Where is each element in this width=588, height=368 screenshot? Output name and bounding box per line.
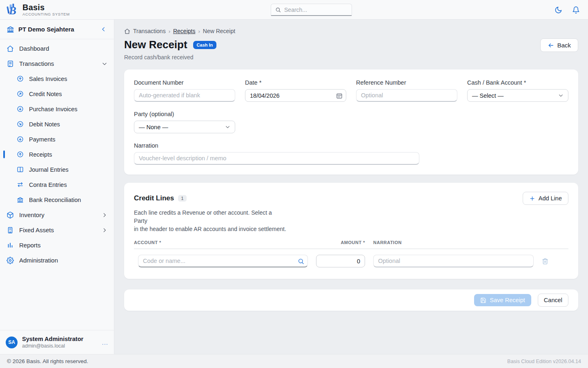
chevron-down-icon <box>558 93 564 98</box>
cancel-button[interactable]: Cancel <box>538 294 568 307</box>
chevron-right-icon <box>102 227 107 233</box>
brand-tagline: ACCOUNTING SYSTEM <box>22 12 70 16</box>
date-input[interactable] <box>245 89 346 102</box>
brand: B Basis ACCOUNTING SYSTEM <box>0 3 114 16</box>
account-search-input[interactable] <box>138 255 308 267</box>
book-open-icon <box>17 166 24 173</box>
chevron-down-icon <box>225 124 230 130</box>
company-name: PT Demo Sejahtera <box>18 26 96 33</box>
brand-name: Basis <box>22 3 70 11</box>
column-amount: AMOUNT * <box>316 240 365 245</box>
sidebar-item-purchase-invoices[interactable]: Purchase Invoices <box>0 101 114 117</box>
sidebar-item-dashboard[interactable]: Dashboard <box>0 41 114 56</box>
breadcrumb-receipts-link[interactable]: Receipts <box>173 28 195 34</box>
actions-card: Save Receipt Cancel <box>124 289 578 311</box>
user-name: System Administrator <box>22 336 83 342</box>
user-email: admin@basis.local <box>22 343 83 349</box>
sidebar-item-transactions[interactable]: Transactions <box>0 56 114 71</box>
sidebar-collapse-button[interactable] <box>100 25 107 33</box>
sidebar-item-label: Debit Notes <box>29 121 60 128</box>
sidebar-item-receipts[interactable]: Receipts <box>0 147 114 162</box>
sidebar-item-sales-invoices[interactable]: Sales Invoices <box>0 71 114 86</box>
arrow-up-circle-icon <box>17 151 24 158</box>
dark-mode-toggle[interactable] <box>554 5 563 15</box>
table-row <box>134 249 568 267</box>
receipt-header-card: Document Number Date * Reference Number <box>124 70 578 175</box>
avatar: SA <box>6 337 18 348</box>
breadcrumb-separator: › <box>169 28 170 34</box>
narration-input[interactable] <box>134 152 419 165</box>
breadcrumb-separator: › <box>198 28 200 34</box>
party-select[interactable]: — None — <box>134 121 235 133</box>
line-narration-input[interactable] <box>373 255 534 267</box>
sidebar-item-label: Fixed Assets <box>19 227 54 233</box>
global-search[interactable] <box>271 4 352 16</box>
floppy-icon <box>480 297 486 303</box>
sidebar-item-reports[interactable]: Reports <box>0 238 114 253</box>
sidebar-item-inventory[interactable]: Inventory <box>0 207 114 222</box>
plus-icon <box>529 195 535 202</box>
bank-icon <box>17 196 24 203</box>
sidebar-item-journal-entries[interactable]: Journal Entries <box>0 162 114 177</box>
bar-chart-icon <box>7 242 14 249</box>
credit-lines-table: ACCOUNT * AMOUNT * NARRATION <box>134 240 568 267</box>
sidebar-item-administration[interactable]: Administration <box>0 253 114 268</box>
document-number-input[interactable] <box>134 89 235 102</box>
breadcrumb-transactions[interactable]: Transactions <box>133 28 166 34</box>
arrow-left-icon <box>548 42 554 49</box>
sidebar-item-bank-reconciliation[interactable]: Bank Reconciliation <box>0 192 114 207</box>
narration-label: Narration <box>134 142 568 149</box>
swap-arrows-icon <box>17 181 24 188</box>
table-header: ACCOUNT * AMOUNT * NARRATION <box>134 240 568 249</box>
calendar-icon <box>336 92 343 99</box>
search-icon <box>275 7 281 13</box>
scroll-icon <box>7 60 14 67</box>
top-bar: B Basis ACCOUNTING SYSTEM <box>0 0 588 20</box>
document-number-label: Document Number <box>134 79 235 86</box>
arrow-down-circle-icon <box>17 105 24 112</box>
delete-line-button[interactable] <box>542 258 548 265</box>
sidebar-item-contra-entries[interactable]: Contra Entries <box>0 177 114 192</box>
add-line-button[interactable]: Add Line <box>523 192 568 205</box>
search-input[interactable] <box>284 7 347 13</box>
main-content: Transactions › Receipts › New Receipt Ne… <box>114 20 588 354</box>
column-narration: NARRATION <box>373 240 534 245</box>
topbar-actions <box>554 0 581 20</box>
sidebar-item-fixed-assets[interactable]: Fixed Assets <box>0 222 114 238</box>
footer: © 2026 Basis. All rights reserved. Basis… <box>0 354 588 368</box>
ellipsis-icon: ... <box>102 339 108 346</box>
sidebar-item-debit-notes[interactable]: Debit Notes <box>0 117 114 132</box>
home-icon <box>7 45 14 52</box>
reference-number-label: Reference Number <box>356 79 457 86</box>
sidebar-item-label: Receipts <box>29 151 52 158</box>
line-count-badge: 1 <box>178 195 186 202</box>
page-title: New Receipt <box>124 38 187 51</box>
credit-lines-description: Each line credits a Revenue or other acc… <box>134 209 568 233</box>
amount-input[interactable] <box>316 255 365 267</box>
arrow-down-circle-icon <box>17 136 24 143</box>
svg-text:B: B <box>9 4 16 16</box>
user-menu-button[interactable]: ... <box>102 339 108 346</box>
cash-bank-account-select[interactable]: — Select — <box>467 89 568 102</box>
save-receipt-button[interactable]: Save Receipt <box>474 294 531 306</box>
sidebar-item-credit-notes[interactable]: Credit Notes <box>0 86 114 101</box>
party-label: Party (optional) <box>134 111 235 117</box>
sidebar-item-label: Credit Notes <box>29 91 62 97</box>
version-label: Basis Cloud Edition v2026.04.14 <box>507 359 581 364</box>
arrow-up-circle-icon <box>17 75 24 82</box>
package-icon <box>7 211 14 219</box>
chevron-down-icon <box>102 61 107 67</box>
sidebar-item-label: Transactions <box>19 60 54 67</box>
cash-in-badge: Cash In <box>193 41 217 49</box>
notifications-button[interactable] <box>571 5 581 15</box>
column-account: ACCOUNT * <box>134 240 308 245</box>
sidebar-nav: Dashboard Transactions Sales Invoices C <box>0 39 114 330</box>
sidebar-item-payments[interactable]: Payments <box>0 132 114 147</box>
back-button[interactable]: Back <box>540 38 578 52</box>
date-label: Date * <box>245 79 346 86</box>
company-row: PT Demo Sejahtera <box>0 20 114 39</box>
cash-bank-account-label: Cash / Bank Account * <box>467 79 568 86</box>
gear-icon <box>7 257 14 264</box>
reference-number-input[interactable] <box>356 89 457 102</box>
bell-icon <box>572 6 580 14</box>
